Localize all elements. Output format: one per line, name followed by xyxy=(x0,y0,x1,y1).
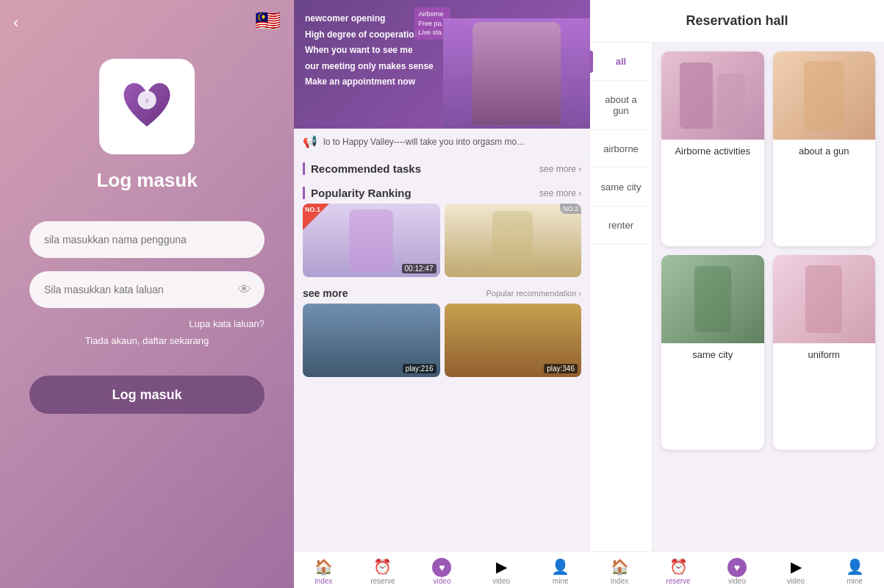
nav-index[interactable]: 🏠 index xyxy=(294,558,353,585)
logo-container: ♀ xyxy=(99,59,195,154)
gallery-img-airborne xyxy=(661,51,764,140)
nav-video-center[interactable]: ♥ video xyxy=(412,558,472,585)
bottom-navigation: 🏠 index ⏰ reserve ♥ video ▶ video 👤 mine xyxy=(294,551,590,588)
thumb-anime[interactable]: play:216 xyxy=(303,304,440,377)
right-person-icon: 👤 xyxy=(846,558,864,576)
svg-text:♀: ♀ xyxy=(143,96,150,106)
right-nav-video[interactable]: ▶ video xyxy=(766,558,825,585)
reservation-title: Reservation hall xyxy=(686,13,788,28)
right-nav-mine-label: mine xyxy=(847,577,863,585)
category-all[interactable]: all xyxy=(590,43,652,81)
play-count-1: play:216 xyxy=(403,364,436,373)
register-link[interactable]: Tiada akaun, daftar sekarang xyxy=(29,335,265,346)
gallery-item-airborne[interactable]: Airborne activities xyxy=(661,51,764,246)
right-nav-index[interactable]: 🏠 index xyxy=(590,558,649,585)
nav-reserve[interactable]: ⏰ reserve xyxy=(353,558,413,585)
recommended-tasks-title: Recommended tasks xyxy=(303,162,421,175)
thumbnail-grid: play:216 play:346 xyxy=(294,304,590,377)
gallery-label-city: same city xyxy=(661,343,764,366)
nav-mine-label: mine xyxy=(553,577,569,585)
video1-duration: 00:12:47 xyxy=(402,264,436,273)
right-nav-video-center[interactable]: ♥ video xyxy=(708,558,766,585)
right-bottom-navigation: 🏠 index ⏰ reserve ♥ video ▶ video 👤 mine xyxy=(590,551,884,588)
gallery-img-gun xyxy=(773,51,876,140)
eye-icon[interactable]: 👁 xyxy=(238,282,251,298)
forgot-password-link[interactable]: Lupa kata laluan? xyxy=(29,318,265,329)
nav-reserve-label: reserve xyxy=(370,577,395,585)
home-icon: 🏠 xyxy=(315,558,333,576)
notification-bar[interactable]: 📢 lo to Happy Valley----will take you in… xyxy=(294,129,590,155)
flag-icon: 🇲🇾 xyxy=(255,9,281,33)
video-icon: ▶ xyxy=(496,558,507,576)
login-button[interactable]: Log masuk xyxy=(29,376,265,414)
category-same-city[interactable]: same city xyxy=(590,168,652,207)
play-count-2: play:346 xyxy=(544,364,578,373)
popularity-ranking-header: Popularity Ranking see more xyxy=(294,179,590,204)
nav-index-label: index xyxy=(315,577,332,585)
nav-video[interactable]: ▶ video xyxy=(472,558,531,585)
notification-text: lo to Happy Valley----will take you into… xyxy=(323,137,581,147)
rank-video-2[interactable]: NO.2 xyxy=(445,204,582,277)
nav-video-label2: video xyxy=(492,577,510,585)
reserve-icon: ⏰ xyxy=(373,558,392,576)
rank-1-badge: NO.1 xyxy=(303,204,329,230)
username-input[interactable] xyxy=(29,221,265,258)
logo-icon: ♀ xyxy=(114,74,180,140)
nav-mine[interactable]: 👤 mine xyxy=(531,558,590,585)
gallery-img-city xyxy=(661,255,764,343)
popularity-see-more[interactable]: see more xyxy=(539,188,581,198)
right-nav-index-label: index xyxy=(611,577,628,585)
right-nav-video-label: video xyxy=(787,577,805,585)
see-more-label: see more xyxy=(303,287,348,299)
right-home-icon: 🏠 xyxy=(611,558,629,576)
password-wrapper: 👁 xyxy=(29,271,265,308)
right-nav-mine[interactable]: 👤 mine xyxy=(825,558,884,585)
reservation-panel: Reservation hall all about a gun airborn… xyxy=(590,0,884,588)
thumb-girl[interactable]: play:346 xyxy=(445,304,582,377)
reservation-content: all about a gun airborne same city rente… xyxy=(590,43,884,551)
main-content-panel: newcomer opening High degree of cooperat… xyxy=(294,0,590,588)
gallery-item-gun[interactable]: about a gun xyxy=(773,51,876,246)
notification-icon: 📢 xyxy=(303,135,317,148)
gallery-label-gun: about a gun xyxy=(773,140,876,162)
person-icon: 👤 xyxy=(551,558,569,576)
right-nav-reserve-label: reserve xyxy=(666,577,690,585)
nav-video-label: video xyxy=(434,577,451,585)
gallery-grid: Airborne activities about a gun same cit… xyxy=(653,43,884,551)
rank-2-badge: NO.2 xyxy=(560,204,581,214)
right-heart-icon: ♥ xyxy=(727,558,747,577)
login-panel: ‹ 🇲🇾 ♀ Log masuk 👁 Lupa kata laluan? Tia… xyxy=(0,0,294,588)
category-sidebar: all about a gun airborne same city rente… xyxy=(590,43,653,551)
hero-image xyxy=(443,18,590,129)
rank-video-1[interactable]: NO.1 00:12:47 xyxy=(303,204,440,277)
back-button[interactable]: ‹ xyxy=(13,13,18,32)
hero-banner: newcomer opening High degree of cooperat… xyxy=(294,0,590,129)
right-nav-reserve[interactable]: ⏰ reserve xyxy=(649,558,708,585)
app-title: Log masuk xyxy=(96,169,197,192)
category-about-gun[interactable]: about a gun xyxy=(590,81,652,130)
password-input[interactable] xyxy=(29,271,265,308)
heart-center-icon: ♥ xyxy=(432,558,451,577)
reservation-header: Reservation hall xyxy=(590,0,884,43)
popularity-ranking-title: Popularity Ranking xyxy=(303,187,412,199)
right-video-icon: ▶ xyxy=(791,558,802,576)
gallery-label-uniform: uniform xyxy=(773,343,876,366)
recommended-tasks-header: Recommended tasks see more xyxy=(294,155,590,179)
see-more-section: see more Popular recommendation xyxy=(294,283,590,304)
category-airborne[interactable]: airborne xyxy=(590,130,652,168)
gallery-item-uniform[interactable]: uniform xyxy=(773,255,876,450)
gallery-label-airborne: Airborne activities xyxy=(661,140,764,162)
category-renter[interactable]: renter xyxy=(590,207,652,245)
right-reserve-icon: ⏰ xyxy=(669,558,688,576)
recommended-tasks-see-more[interactable]: see more xyxy=(539,164,581,174)
popular-recommendation-link[interactable]: Popular recommendation xyxy=(486,289,581,298)
gallery-item-city[interactable]: same city xyxy=(661,255,764,450)
right-nav-center-label: video xyxy=(728,577,746,585)
ranking-section: NO.1 00:12:47 NO.2 xyxy=(294,204,590,283)
gallery-img-uniform xyxy=(773,255,876,343)
rank-videos: NO.1 00:12:47 NO.2 xyxy=(303,204,581,277)
